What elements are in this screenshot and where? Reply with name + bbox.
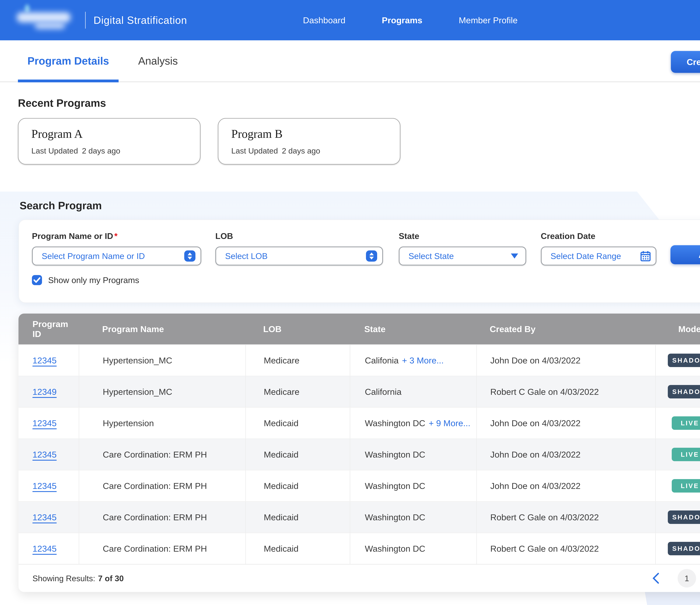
field-state: State Select State — [399, 231, 526, 266]
program-id-link[interactable]: 12345 — [32, 512, 56, 522]
state-cell: California — [350, 376, 476, 407]
created-by-cell: Robert C Gale on 4/03/2022 — [476, 376, 655, 407]
program-id-link[interactable]: 12345 — [32, 418, 56, 428]
table-row: 12349 Hypertension_MC Medicare Californi… — [19, 376, 700, 407]
program-field-label: Program Name or ID* — [32, 231, 201, 241]
state-cell: Washington DC — [350, 470, 476, 501]
checkbox-label: Show only my Programs — [48, 275, 139, 285]
app-header: Digital Stratification Dashboard Program… — [0, 0, 700, 40]
program-name-cell: Care Cordination: ERM PH — [79, 439, 245, 470]
program-card-updated: Last Updated2 days ago — [231, 146, 387, 155]
mode-badge: LIVE — [672, 448, 700, 461]
program-name-cell: Hypertension_MC — [79, 345, 245, 376]
nav-dashboard[interactable]: Dashboard — [303, 15, 345, 25]
caret-down-icon — [511, 253, 518, 259]
created-by-cell: John Doe on 4/03/2022 — [476, 408, 655, 438]
date-range-picker[interactable]: Select Date Range — [541, 246, 657, 266]
date-field-label: Creation Date — [541, 231, 657, 241]
calendar-icon — [641, 251, 651, 261]
state-cell: Washington DC — [350, 502, 476, 533]
field-lob: LOB Select LOB — [215, 231, 383, 266]
recent-card-program-a[interactable]: Program A Last Updated2 days ago — [18, 118, 200, 165]
program-name-select[interactable]: Select Program Name or ID — [32, 246, 201, 266]
tab-bar: Program Details Analysis Create New Prog… — [0, 40, 700, 82]
col-header-program-name: Program Name — [79, 314, 245, 344]
table-footer: Showing Results:7 of 30 1 2 3 — [19, 564, 700, 592]
recent-programs-heading: Recent Programs — [18, 97, 700, 109]
lob-cell: Medicaid — [245, 502, 350, 533]
state-more-link[interactable]: + 3 More... — [402, 356, 444, 365]
program-card-title: Program A — [31, 127, 187, 141]
logo-blur-shape — [17, 12, 71, 22]
mode-badge: SHADOW — [668, 385, 700, 398]
brand-logo-blurred — [16, 6, 82, 35]
logo-blur-shape-2 — [35, 22, 65, 29]
state-cell: Washington DC — [350, 439, 476, 470]
search-program-heading: Search Program — [20, 199, 700, 212]
search-section: Search Program Program Name or ID* Selec… — [0, 192, 700, 605]
col-header-lob: LOB — [245, 314, 350, 344]
checkbox-checked-icon — [32, 275, 42, 285]
field-creation-date: Creation Date Select Date Range — [541, 231, 657, 266]
state-more-link[interactable]: + 9 More... — [429, 418, 470, 428]
lob-cell: Medicare — [245, 376, 350, 407]
programs-table: Program ID Program Name LOB State Create… — [19, 314, 700, 592]
state-select[interactable]: Select State — [399, 246, 526, 266]
lob-cell: Medicare — [245, 345, 350, 376]
recent-cards-row: Program A Last Updated2 days ago Program… — [18, 118, 700, 165]
lob-cell: Medicaid — [245, 408, 350, 438]
program-name-cell: Hypertension_MC — [79, 376, 245, 407]
state-cell: Washington DC — [350, 533, 476, 564]
program-name-cell: Care Cordination: ERM PH — [79, 502, 245, 533]
state-cell: Washington DC+ 9 More... — [350, 408, 476, 438]
app-title: Digital Stratification — [94, 14, 187, 26]
select-spinner-icon — [184, 250, 196, 262]
created-by-cell: John Doe on 4/03/2022 — [476, 345, 655, 376]
lob-cell: Medicaid — [245, 470, 350, 501]
mode-badge: SHADOW — [668, 354, 700, 367]
col-header-program-id: Program ID — [19, 314, 79, 344]
program-id-link[interactable]: 12349 — [32, 387, 56, 397]
tab-analysis[interactable]: Analysis — [129, 40, 187, 81]
program-card-title: Program B — [231, 127, 387, 141]
lob-select[interactable]: Select LOB — [215, 246, 383, 266]
lob-field-label: LOB — [215, 231, 383, 241]
field-program-name: Program Name or ID* Select Program Name … — [32, 231, 201, 266]
create-new-program-button[interactable]: Create New Program — [671, 51, 700, 73]
nav-programs[interactable]: Programs — [382, 15, 422, 25]
table-row: 12345 Care Cordination: ERM PH Medicaid … — [19, 501, 700, 533]
created-by-cell: John Doe on 4/03/2022 — [476, 470, 655, 501]
required-asterisk: * — [114, 232, 118, 241]
table-row: 12345 Care Cordination: ERM PH Medicaid … — [19, 533, 700, 564]
show-only-my-programs-toggle[interactable]: Show only my Programs — [32, 275, 700, 285]
program-card-updated: Last Updated2 days ago — [31, 146, 187, 155]
mode-badge: LIVE — [672, 416, 700, 430]
lob-cell: Medicaid — [245, 439, 350, 470]
col-header-created-by: Created By — [476, 314, 655, 344]
program-id-link[interactable]: 12345 — [32, 544, 56, 554]
pagination-page-1[interactable]: 1 — [678, 569, 696, 587]
main-nav: Dashboard Programs Member Profile — [303, 0, 518, 40]
program-name-cell: Care Cordination: ERM PH — [79, 533, 245, 564]
header-divider — [85, 12, 86, 29]
table-row: 12345 Care Cordination: ERM PH Medicaid … — [19, 470, 700, 501]
tab-program-details[interactable]: Program Details — [18, 40, 119, 81]
program-id-link[interactable]: 12345 — [32, 450, 56, 459]
select-spinner-icon — [366, 250, 377, 262]
program-id-link[interactable]: 12345 — [32, 481, 56, 491]
pagination-prev-icon[interactable] — [652, 573, 659, 584]
col-header-mode: Mode — [655, 314, 700, 344]
created-by-cell: John Doe on 4/03/2022 — [476, 439, 655, 470]
nav-member-profile[interactable]: Member Profile — [459, 15, 518, 25]
program-id-link[interactable]: 12345 — [32, 356, 56, 365]
lob-cell: Medicaid — [245, 533, 350, 564]
recent-card-program-b[interactable]: Program B Last Updated2 days ago — [218, 118, 400, 165]
created-by-cell: Robert C Gale on 4/03/2022 — [476, 502, 655, 533]
mode-badge: SHADOW — [668, 510, 700, 524]
table-row: 12345 Hypertension_MC Medicare Califonia… — [19, 344, 700, 376]
mode-badge: LIVE — [672, 479, 700, 492]
table-row: 12345 Hypertension Medicaid Washington D… — [19, 407, 700, 438]
state-cell: Califonia+ 3 More... — [350, 345, 476, 376]
table-header-row: Program ID Program Name LOB State Create… — [19, 314, 700, 344]
apply-filter-button[interactable]: Apply Filter — [671, 245, 700, 264]
